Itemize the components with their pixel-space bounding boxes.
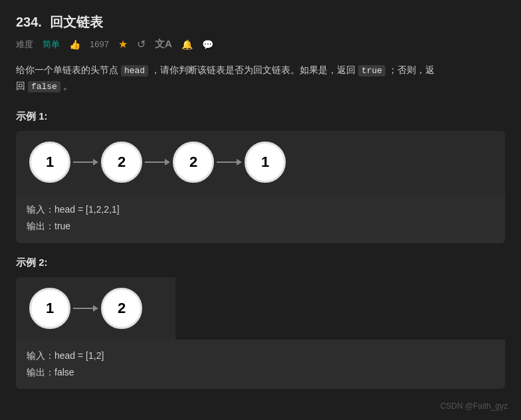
- example-1-io: 输入：head = [1,2,2,1] 输出：true: [16, 193, 505, 243]
- node-2-2: 2: [101, 288, 142, 329]
- difficulty-label: 难度: [16, 39, 33, 51]
- example-2-io: 输入：head = [1,2] 输出：false: [16, 340, 505, 389]
- example-1-diagram-wrapper: 1 2 2: [16, 131, 505, 243]
- example-2-title: 示例 2:: [16, 257, 505, 269]
- example-1-diagram: 1 2 2: [16, 131, 505, 193]
- title-row: 234. 回文链表: [16, 13, 505, 31]
- true-code: true: [358, 65, 385, 76]
- arrow-2-1: [70, 302, 101, 315]
- translate-icon[interactable]: 文A: [155, 38, 172, 51]
- example-2-diagram: 1 2: [16, 277, 175, 340]
- bell-icon[interactable]: 🔔: [181, 39, 193, 50]
- arrow-3: [214, 156, 245, 169]
- like-icon[interactable]: 👍: [69, 39, 80, 50]
- arrow-2: [142, 156, 173, 169]
- problem-name: 回文链表: [50, 15, 103, 29]
- svg-marker-5: [237, 159, 242, 165]
- svg-marker-3: [165, 159, 170, 165]
- example-2: 示例 2: 1 2 输入：head = [1,2] 输出：false: [16, 257, 505, 389]
- node-1-4: 1: [245, 142, 286, 183]
- like-count: 1697: [90, 39, 109, 49]
- problem-number: 234.: [16, 15, 42, 29]
- star-icon[interactable]: ★: [118, 38, 128, 51]
- node-1-3: 2: [173, 142, 214, 183]
- head-code: head: [121, 65, 148, 76]
- arrow-1: [70, 156, 101, 169]
- false-code: false: [28, 81, 60, 92]
- example-2-input: 输入：head = [1,2]: [27, 348, 494, 364]
- meta-row: 难度 简单 👍 1697 ★ ↺ 文A 🔔 💬: [16, 38, 505, 51]
- comment-icon[interactable]: 💬: [202, 39, 213, 50]
- problem-title: 234. 回文链表: [16, 13, 103, 31]
- example-1-input: 输入：head = [1,2,2,1]: [27, 201, 494, 218]
- example-1: 示例 1: 1 2 2: [16, 110, 505, 243]
- node-1-1: 1: [29, 142, 70, 183]
- difficulty-badge: 简单: [43, 39, 60, 51]
- watermark: CSDN @Faith_gyz: [440, 401, 508, 411]
- svg-marker-7: [93, 305, 98, 312]
- node-1-2: 2: [101, 142, 142, 183]
- svg-marker-1: [93, 159, 98, 165]
- refresh-icon[interactable]: ↺: [137, 38, 146, 51]
- example-1-output: 输出：true: [27, 218, 494, 235]
- example-2-output: 输出：false: [27, 364, 494, 381]
- problem-description: 给你一个单链表的头节点 head ，请你判断该链表是否为回文链表。如果是，返回 …: [16, 62, 505, 94]
- example-1-title: 示例 1:: [16, 110, 505, 123]
- example-2-diagram-wrapper: 1 2 输入：head = [1,2] 输出：false: [16, 277, 505, 389]
- node-2-1: 1: [29, 288, 70, 329]
